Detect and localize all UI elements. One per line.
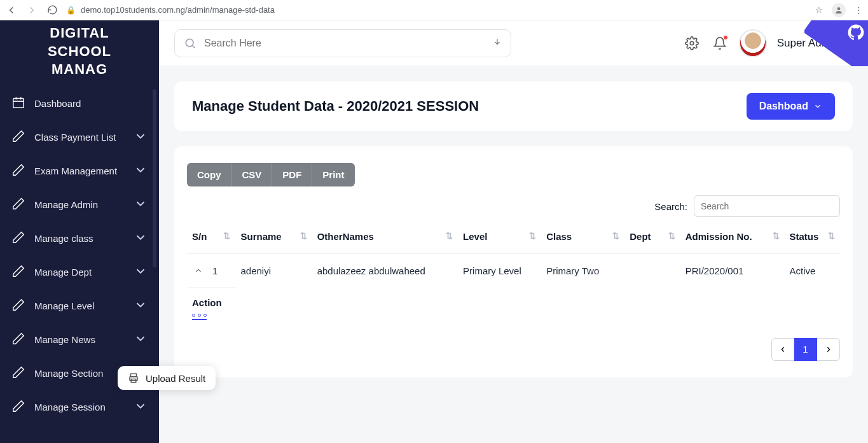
sort-icon: ⇅ — [446, 231, 453, 241]
svg-point-0 — [837, 7, 841, 10]
sidebar-item-label: Manage Level — [34, 300, 94, 311]
chevron-down-icon — [134, 129, 148, 145]
settings-button[interactable] — [683, 34, 701, 52]
topbar: Super Admin — [159, 20, 868, 66]
sidebar-item-manage-dept[interactable]: Manage Dept — [0, 255, 159, 289]
column-label: S/n — [192, 231, 207, 242]
column-label: OtherNames — [317, 231, 374, 242]
dashboard-dropdown-button[interactable]: Dashboad — [747, 93, 835, 120]
global-search[interactable] — [174, 29, 511, 57]
page-next-button[interactable] — [817, 338, 840, 361]
bookmark-star-icon[interactable]: ☆ — [815, 5, 823, 15]
browser-forward-button[interactable] — [25, 4, 38, 17]
pencil-icon — [11, 197, 25, 213]
sidebar-item-manage-session[interactable]: Manage Session — [0, 390, 159, 424]
chevron-down-icon — [134, 163, 148, 179]
sidebar-item-label: Manage Dept — [34, 267, 92, 278]
sidebar-item-label: Manage Session — [34, 402, 106, 412]
export-buttons: CopyCSVPDFPrint — [187, 163, 355, 186]
sort-icon: ⇅ — [668, 231, 675, 241]
cell-class: Primary Two — [541, 254, 624, 288]
cell-othernames: abdulazeez abdulwaheed — [312, 254, 458, 288]
chevron-down-icon — [844, 39, 853, 48]
global-search-input[interactable] — [204, 38, 485, 49]
print-export-button[interactable]: Print — [312, 163, 354, 186]
table-search-input[interactable] — [694, 195, 840, 217]
browser-menu-button[interactable]: ⋮ — [855, 5, 863, 15]
sidebar-item-manage-class[interactable]: Manage class — [0, 222, 159, 255]
cell-admission-no: PRI/2020/001 — [680, 254, 785, 288]
sort-icon: ⇅ — [529, 231, 536, 241]
chevron-down-icon — [134, 298, 148, 314]
brand-logo[interactable]: DIGITAL SCHOOL MANAG — [0, 20, 159, 83]
browser-url[interactable]: demo.top10students.com.ng/admin/manage-s… — [81, 5, 275, 15]
cell-surname: adeniyi — [235, 254, 312, 288]
copy-export-button[interactable]: Copy — [187, 163, 231, 186]
sort-icon: ⇅ — [223, 231, 230, 241]
browser-back-button[interactable] — [5, 4, 18, 17]
dashboard-button-label: Dashboad — [759, 101, 808, 112]
cell-status: Active — [785, 254, 840, 288]
sort-icon: ⇅ — [300, 231, 307, 241]
pencil-icon — [11, 332, 25, 348]
row-action-menu[interactable] — [192, 314, 207, 320]
page-number-button[interactable]: 1 — [794, 338, 817, 361]
sidebar-item-dashboard[interactable]: Dashboard — [0, 87, 159, 120]
row-expand-toggle[interactable] — [192, 264, 205, 277]
col-othernames[interactable]: OtherNames⇅ — [312, 223, 458, 254]
col-dept[interactable]: Dept⇅ — [624, 223, 680, 254]
upload-result-popover[interactable]: Upload Result — [118, 366, 216, 390]
pencil-icon — [11, 298, 25, 314]
sidebar-item-manage-admin[interactable]: Manage Admin — [0, 188, 159, 222]
sidebar-item-label: Dashboard — [34, 98, 81, 109]
row-action-block: Action — [187, 288, 840, 320]
pencil-icon — [11, 365, 25, 381]
browser-chrome: 🔒 demo.top10students.com.ng/admin/manage… — [0, 0, 868, 20]
col-class[interactable]: Class⇅ — [541, 223, 624, 254]
page-title: Manage Student Data - 2020/2021 SESSION — [192, 98, 479, 115]
chevron-down-icon — [134, 399, 148, 415]
sidebar-scrollbar[interactable] — [153, 89, 156, 267]
column-label: Surname — [240, 231, 281, 242]
browser-reload-button[interactable] — [46, 4, 59, 17]
column-label: Admission No. — [685, 231, 752, 242]
col-level[interactable]: Level⇅ — [458, 223, 541, 254]
col-s-n[interactable]: S/n⇅ — [187, 223, 235, 254]
svg-rect-1 — [13, 98, 24, 108]
pdf-export-button[interactable]: PDF — [272, 163, 312, 186]
page-header-card: Manage Student Data - 2020/2021 SESSION … — [174, 81, 853, 131]
content: Manage Student Data - 2020/2021 SESSION … — [159, 66, 868, 443]
column-label: Class — [546, 231, 572, 242]
sidebar-item-manage-news[interactable]: Manage News — [0, 323, 159, 356]
gear-icon — [685, 36, 699, 50]
pagination: 1 — [187, 338, 840, 361]
pencil-icon — [11, 264, 25, 280]
chevron-down-icon — [134, 332, 148, 348]
brand-line: DIGITAL — [6, 24, 153, 43]
col-status[interactable]: Status⇅ — [785, 223, 840, 254]
sort-icon: ⇅ — [828, 231, 835, 241]
school-badge[interactable] — [739, 29, 767, 57]
sidebar-item-exam-management[interactable]: Exam Management — [0, 154, 159, 188]
user-menu[interactable]: Super Admin — [777, 37, 853, 50]
brand-line: SCHOOL — [6, 43, 153, 61]
sidebar-item-label: Exam Management — [34, 165, 117, 176]
pencil-icon — [11, 129, 25, 145]
col-admission-no-[interactable]: Admission No.⇅ — [680, 223, 785, 254]
col-surname[interactable]: Surname⇅ — [235, 223, 312, 254]
page-prev-button[interactable] — [771, 338, 794, 361]
students-table: S/n⇅Surname⇅OtherNames⇅Level⇅Class⇅Dept⇅… — [187, 223, 840, 288]
svg-line-9 — [192, 45, 195, 48]
sidebar-item-manage-level[interactable]: Manage Level — [0, 289, 159, 323]
sidebar-item-label: Manage Section — [34, 368, 103, 379]
pencil-icon — [11, 230, 25, 246]
csv-export-button[interactable]: CSV — [231, 163, 272, 186]
table-search-label: Search: — [654, 201, 687, 212]
cell-sn: 1 — [212, 265, 217, 276]
lock-icon: 🔒 — [66, 6, 76, 15]
notifications-button[interactable] — [711, 34, 729, 52]
sidebar-item-class-payment-list[interactable]: Class Payment List — [0, 120, 159, 154]
search-dropdown-icon[interactable] — [493, 38, 502, 49]
browser-profile-button[interactable] — [832, 3, 846, 17]
sort-icon: ⇅ — [773, 231, 780, 241]
